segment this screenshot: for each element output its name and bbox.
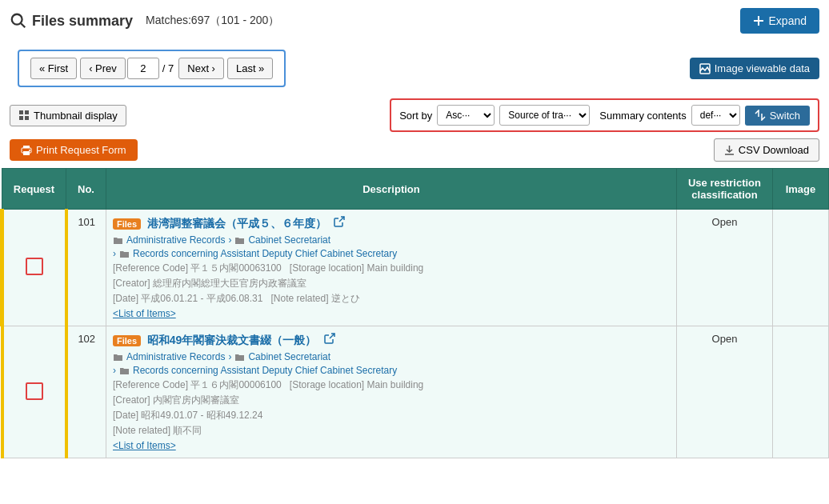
grid-icon [18,110,30,121]
checkbox-icon[interactable] [26,258,43,275]
meta-creator-102: [Creator] 内閣官房内閣審議室 [113,394,670,407]
svg-rect-11 [23,151,30,155]
arrow-icon: › [113,248,116,259]
request-checkbox-102[interactable] [2,326,66,458]
svg-point-12 [29,150,30,151]
print-request-button[interactable]: Print Request Form [10,139,138,161]
folder-icon-2 [234,235,245,246]
thumbnail-display-button[interactable]: Thumbnail display [10,105,126,126]
sort-order-select[interactable]: Asc··· Desc··· [437,105,495,126]
col-header-description: Description [106,169,677,210]
arrow-icon-2: › [113,365,116,376]
row-no-101: 101 [66,210,106,326]
summary-contents-label: Summary contents [599,110,686,122]
row-desc-102: Files 昭和49年閣審決裁文書綴（一般） Administrative Re… [106,326,677,458]
top-bar: Files summary Matches:697（101 - 200） Exp… [0,0,829,42]
use-restriction-101: Open [677,210,773,326]
page-title: Files summary [10,12,133,30]
external-link-icon-101[interactable] [334,217,345,230]
matches-count: Matches:697（101 - 200） [146,14,279,28]
download-icon [724,145,735,155]
breadcrumb-102: Administrative Records › Cabinet Secreta… [113,351,670,362]
folder-icon-3 [119,249,130,259]
meta-date-101: [Date] 平成06.01.21 - 平成06.08.31 [Note rel… [113,292,670,306]
prev-page-button[interactable]: ‹ Prev [80,58,126,79]
svg-line-14 [339,217,344,222]
folder-icon [113,235,123,246]
col-header-no: No. [66,169,106,210]
first-page-button[interactable]: « First [30,58,77,79]
breadcrumb-101: Administrative Records › Cabinet Secreta… [113,234,670,246]
svg-rect-6 [25,110,29,114]
list-items-link-101[interactable]: <List of Items> [113,308,176,319]
folder-icon [113,352,123,362]
pagination-controls: « First ‹ Prev / 7 Next › Last » [18,50,286,87]
page-number-input[interactable] [127,58,159,79]
last-page-button[interactable]: Last » [227,58,273,79]
arrow-separator: › [228,234,231,246]
image-icon [699,63,711,74]
svg-rect-7 [19,116,23,120]
row-desc-101: Files 港湾調整審議会（平成５、６年度） Administrative Re… [106,210,677,326]
table-row: 101 Files 港湾調整審議会（平成５、６年度） Admin [2,210,829,326]
switch-icon [755,110,766,121]
folder-icon-5 [119,366,130,376]
sort-field-select[interactable]: Source of tra··· [499,105,590,126]
meta-note-102: [Note related] 順不同 [113,424,670,438]
file-title-101[interactable]: 港湾調整審議会（平成５、６年度） [147,217,326,230]
files-badge: Files [113,218,141,230]
sort-by-label: Sort by [399,110,432,122]
files-badge-102: Files [113,335,141,346]
image-cell-101 [773,210,829,326]
summary-value-select[interactable]: def··· [691,105,740,126]
print-icon [21,145,32,156]
col-header-use-restriction: Use restriction classification [677,169,773,210]
switch-button[interactable]: Switch [745,106,810,126]
svg-line-1 [21,23,25,27]
image-cell-102 [773,326,829,458]
table-row: 102 Files 昭和49年閣審決裁文書綴（一般） Admin [2,326,829,458]
image-viewable-button[interactable]: Image viewable data [690,58,819,79]
col-header-request: Request [2,169,66,210]
meta-refcode-101: [Reference Code] 平１５内閣00063100 [Storage … [113,262,670,275]
use-restriction-102: Open [677,326,773,458]
external-link-icon-102[interactable] [324,334,335,346]
checkbox-icon-102[interactable] [26,382,43,400]
sort-controls-panel: Sort by Asc··· Desc··· Source of tra··· … [390,98,819,132]
total-pages: / 7 [162,62,174,74]
list-items-link-102[interactable]: <List of Items> [113,440,176,451]
meta-refcode-102: [Reference Code] 平１６内閣00006100 [Storage … [113,378,670,392]
col-header-image: Image [773,169,829,210]
expand-button[interactable]: Expand [740,8,819,34]
arrow-separator2: › [228,351,231,362]
meta-date-102: [Date] 昭和49.01.07 - 昭和49.12.24 [113,409,670,422]
svg-rect-8 [25,116,29,120]
svg-point-0 [12,14,22,25]
svg-line-15 [330,334,334,338]
next-page-button[interactable]: Next › [178,58,224,79]
breadcrumb2-102: › Records concerning Assistant Deputy Ch… [113,365,670,376]
csv-download-button[interactable]: CSV Download [714,138,819,162]
search-icon [10,12,27,30]
folder-icon-4 [234,352,245,362]
file-title-102[interactable]: 昭和49年閣審決裁文書綴（一般） [147,334,317,346]
svg-rect-5 [19,110,23,114]
results-table: Request No. Description Use restriction … [0,168,829,458]
row-no-102: 102 [66,326,106,458]
meta-creator-101: [Creator] 総理府内閣総理大臣官房内政審議室 [113,277,670,290]
breadcrumb2-101: › Records concerning Assistant Deputy Ch… [113,248,670,259]
request-checkbox-101[interactable] [2,210,66,326]
plus-icon [753,15,764,26]
